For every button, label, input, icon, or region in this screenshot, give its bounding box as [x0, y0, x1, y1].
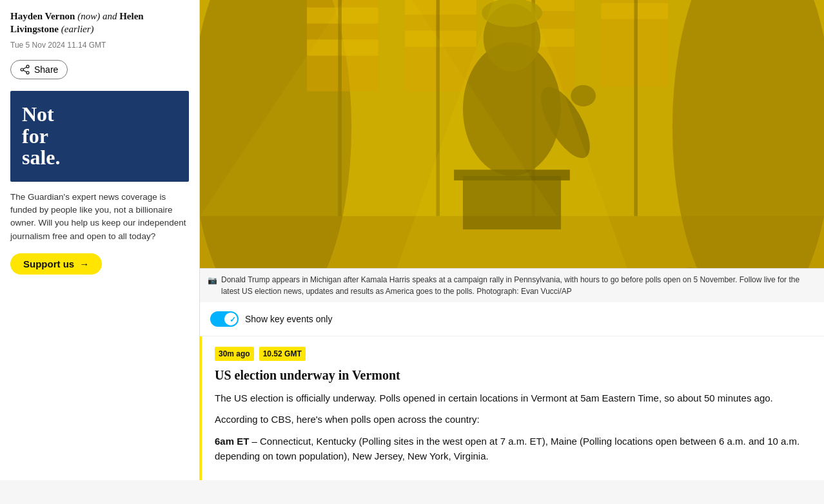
svg-point-0 [26, 65, 29, 68]
share-label: Share [34, 64, 58, 75]
entry-para3: 6am ET – Connecticut, Kentucky (Polling … [215, 434, 824, 464]
author1-name: Hayden Vernon [10, 11, 75, 21]
share-icon [20, 64, 30, 75]
svg-point-8 [672, 0, 824, 268]
toggle-check-icon: ✓ [230, 314, 236, 325]
not-for-sale-text: Not for sale. [22, 104, 177, 169]
camera-icon: 📷 [208, 275, 217, 286]
svg-point-32 [571, 85, 596, 106]
not-for-sale-promo: Not for sale. [10, 91, 189, 182]
entry-para3-strong: 6am ET [215, 436, 249, 447]
svg-line-3 [23, 67, 26, 69]
entry-para3-rest: – Connecticut, Kentucky (Polling sites i… [215, 436, 799, 461]
authors-byline: Hayden Vernon (now) and Helen Livingston… [10, 10, 189, 35]
arrow-icon: → [79, 258, 89, 269]
support-us-button[interactable]: Support us → [10, 253, 102, 275]
entry-para2: According to CBS, here's when polls open… [215, 412, 824, 427]
svg-line-4 [23, 70, 26, 72]
hero-image-wrap: 📷 Donald Trump appears in Michigan after… [200, 0, 824, 302]
key-events-toggle[interactable]: ✓ [210, 311, 239, 327]
entry-ago: 30m ago [215, 347, 254, 361]
hero-image [200, 0, 824, 268]
svg-rect-27 [634, 0, 638, 216]
author2-qualifier: (earlier) [59, 24, 94, 34]
liveblog-entry: 30m ago 10.52 GMT US election underway i… [200, 336, 824, 480]
entry-body: The US election is officially underway. … [215, 391, 824, 463]
toggle-label: Show key events only [245, 313, 332, 326]
entry-headline: US election underway in Vermont [215, 367, 824, 383]
main-content: 📷 Donald Trump appears in Michigan after… [200, 0, 824, 480]
svg-point-2 [21, 68, 23, 71]
share-button[interactable]: Share [10, 60, 68, 79]
svg-point-1 [26, 72, 29, 74]
sidebar: Hayden Vernon (now) and Helen Livingston… [0, 0, 200, 480]
publish-timestamp: Tue 5 Nov 2024 11.14 GMT [10, 39, 189, 51]
author1-qualifier: (now) and [75, 11, 119, 21]
caption-text: Donald Trump appears in Michigan after K… [221, 274, 816, 297]
support-label: Support us [23, 258, 74, 269]
toggle-area: ✓ Show key events only [200, 302, 824, 336]
entry-meta: 30m ago 10.52 GMT [215, 347, 824, 361]
guardian-blurb: The Guardian's expert news coverage is f… [10, 191, 189, 243]
entry-time: 10.52 GMT [259, 347, 306, 361]
entry-para1: The US election is officially underway. … [215, 391, 824, 405]
image-caption: 📷 Donald Trump appears in Michigan after… [200, 268, 824, 302]
